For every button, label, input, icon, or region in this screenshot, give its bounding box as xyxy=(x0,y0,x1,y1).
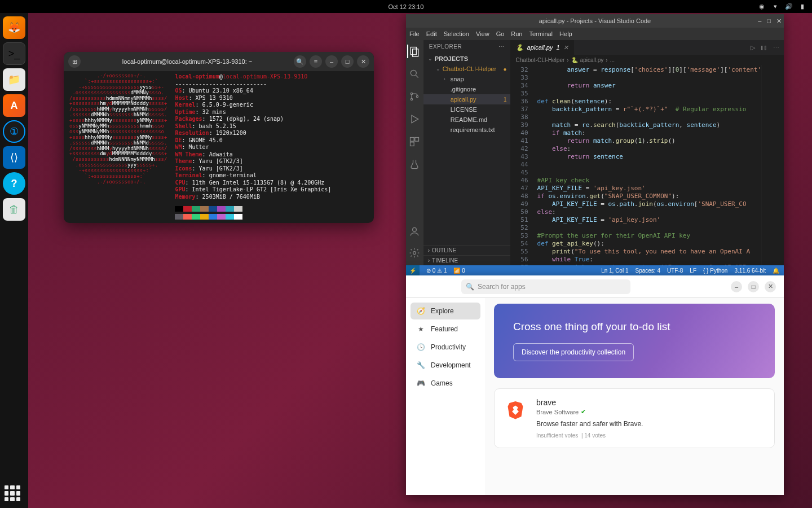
close-icon[interactable]: ✕ xyxy=(765,281,776,292)
testing-icon[interactable] xyxy=(408,157,421,171)
menu-run[interactable]: Run xyxy=(511,30,522,37)
status-problems[interactable]: ⊘ 0 ⚠ 1 xyxy=(426,268,447,274)
maximize-icon[interactable]: □ xyxy=(341,55,354,68)
breadcrumb[interactable]: Chatbot-CLI-Helper› 🐍apicall.py› ... xyxy=(510,55,784,65)
outline-section[interactable]: ›OUTLINE xyxy=(423,245,510,255)
project-root[interactable]: ⌄PROJECTS xyxy=(423,54,510,64)
file-snap[interactable]: ›snap xyxy=(423,74,510,84)
app-card-brave[interactable]: brave Brave Software ✔ Browse faster and… xyxy=(494,388,775,448)
vscode-menubar: FileEditSelectionViewGoRunTerminalHelp xyxy=(406,28,784,40)
menu-help[interactable]: Help xyxy=(559,30,572,37)
show-applications[interactable] xyxy=(5,485,20,501)
status-cursor[interactable]: Ln 1, Col 1 xyxy=(601,268,628,274)
close-tab-icon[interactable]: ✕ xyxy=(563,44,568,51)
status-python[interactable]: 3.11.6 64-bit xyxy=(734,268,766,274)
tab-apicall[interactable]: 🐍 apicall.py 1 ✕ xyxy=(510,40,575,55)
status-ports[interactable]: 📶 0 xyxy=(453,268,465,274)
app-description: Browse faster and safer with Brave. xyxy=(536,420,765,428)
dock-files[interactable]: 📁 xyxy=(3,68,25,91)
dock-vscode[interactable]: ⟨⟩ xyxy=(3,146,25,169)
notifications-icon[interactable]: 🔔 xyxy=(773,268,779,274)
volume-icon[interactable]: 🔊 xyxy=(785,3,793,11)
svg-point-11 xyxy=(413,227,417,231)
new-tab-icon[interactable]: ⊞ xyxy=(68,55,81,68)
settings-icon[interactable] xyxy=(408,246,421,260)
minimize-icon[interactable]: – xyxy=(758,17,761,25)
file-apicall-py[interactable]: apicall.py1 xyxy=(423,94,510,104)
split-icon[interactable]: ⫿⫿ xyxy=(761,44,767,51)
menu-icon[interactable]: ≡ xyxy=(310,55,322,68)
svg-rect-1 xyxy=(413,49,418,56)
extensions-icon[interactable] xyxy=(408,135,421,148)
file-README-md[interactable]: README.md xyxy=(423,115,510,125)
status-eol[interactable]: LF xyxy=(690,268,696,274)
terminal-title: local-optimum@local-optimum-XPS-13-9310:… xyxy=(84,58,290,65)
status-icons[interactable]: ◉ ▾ 🔊 ▮ xyxy=(758,3,806,11)
run-icon[interactable]: ▷ xyxy=(751,44,755,51)
editor-tabs: 🐍 apicall.py 1 ✕ ▷ ⫿⫿ ⋯ xyxy=(510,40,784,55)
minimize-icon[interactable]: – xyxy=(731,281,742,292)
app-name: brave xyxy=(536,398,765,407)
close-icon[interactable]: ✕ xyxy=(776,17,782,25)
source-control-icon[interactable] xyxy=(408,90,421,103)
terminal-titlebar[interactable]: ⊞ local-optimum@local-optimum-XPS-13-931… xyxy=(64,52,374,71)
color-swatches xyxy=(175,206,331,212)
maximize-icon[interactable]: □ xyxy=(767,17,771,25)
accounts-icon[interactable] xyxy=(408,225,421,238)
verified-icon: ✔ xyxy=(581,408,586,415)
timeline-section[interactable]: ›TIMELINE xyxy=(423,255,510,265)
code-editor[interactable]: 3233343536373839404142434445464748495051… xyxy=(510,65,784,265)
status-language[interactable]: { } Python xyxy=(703,268,727,274)
nav-development[interactable]: 🔧Development xyxy=(411,357,480,374)
dock-trash[interactable]: 🗑 xyxy=(3,198,25,221)
dock-help[interactable]: ? xyxy=(3,172,25,195)
explorer-icon[interactable] xyxy=(407,45,421,58)
search-icon[interactable] xyxy=(408,67,421,81)
close-icon[interactable]: ✕ xyxy=(357,55,369,68)
file-LICENSE[interactable]: LICENSE xyxy=(423,104,510,115)
svg-rect-0 xyxy=(411,47,417,55)
nav-explore[interactable]: 🧭Explore xyxy=(411,303,480,319)
explorer-sidebar: EXPLORER ⋯ ⌄PROJECTS ⌄Chatbot-CLI-Helper… xyxy=(423,40,510,265)
folder-item[interactable]: ⌄Chatbot-CLI-Helper● xyxy=(423,64,510,74)
dock-firefox[interactable]: 🦊 xyxy=(3,16,25,39)
minimize-icon[interactable]: – xyxy=(325,55,338,68)
menu-view[interactable]: View xyxy=(476,30,489,37)
status-encoding[interactable]: UTF-8 xyxy=(667,268,683,274)
more-icon[interactable]: ⋯ xyxy=(498,43,505,50)
search-input[interactable]: 🔍 Search for apps xyxy=(461,279,630,294)
editor-area: 🐍 apicall.py 1 ✕ ▷ ⫿⫿ ⋯ Chatbot-CLI-Help… xyxy=(510,40,784,265)
nav-featured[interactable]: ★Featured xyxy=(411,321,480,338)
menu-selection[interactable]: Selection xyxy=(444,30,469,37)
wifi-icon[interactable]: ▾ xyxy=(771,3,779,11)
nav-productivity[interactable]: 🕓Productivity xyxy=(411,339,480,356)
battery-icon[interactable]: ▮ xyxy=(798,3,806,11)
file--gitignore[interactable]: .gitignore xyxy=(423,84,510,94)
svg-marker-7 xyxy=(412,115,418,122)
menu-edit[interactable]: Edit xyxy=(426,30,437,37)
search-icon[interactable]: 🔍 xyxy=(294,55,306,68)
store-header: 🔍 Search for apps – □ ✕ xyxy=(406,275,784,298)
more-icon[interactable]: ⋯ xyxy=(773,44,779,51)
file-requirements-txt[interactable]: requirements.txt xyxy=(423,125,510,135)
dock-software[interactable]: A xyxy=(3,94,25,117)
dock-terminal[interactable]: >_ xyxy=(3,42,25,65)
menu-terminal[interactable]: Terminal xyxy=(529,30,553,37)
minimap[interactable] xyxy=(761,65,784,265)
clock[interactable]: Oct 12 23:10 xyxy=(389,3,424,10)
store-content[interactable]: Cross one thing off your to-do list Disc… xyxy=(485,298,784,495)
menu-go[interactable]: Go xyxy=(496,30,505,37)
dock-1password[interactable]: ① xyxy=(3,120,25,143)
banner-button[interactable]: Discover the productivity collection xyxy=(513,343,634,361)
power-icon[interactable]: ◉ xyxy=(758,3,766,11)
nav-games[interactable]: 🎮Games xyxy=(411,375,480,392)
color-swatches-bright xyxy=(175,214,331,220)
maximize-icon[interactable]: □ xyxy=(748,281,759,292)
remote-indicator[interactable]: ⚡ xyxy=(406,265,420,275)
terminal-body[interactable]: .-/+oossssoo+/-. `:+ssssssssssssssssss+:… xyxy=(64,71,374,223)
run-debug-icon[interactable] xyxy=(408,112,421,126)
menu-file[interactable]: File xyxy=(409,30,420,37)
status-spaces[interactable]: Spaces: 4 xyxy=(636,268,660,274)
vscode-titlebar[interactable]: apicall.py - Projects - Visual Studio Co… xyxy=(406,14,784,28)
file-icon: 🐍 xyxy=(516,44,524,51)
